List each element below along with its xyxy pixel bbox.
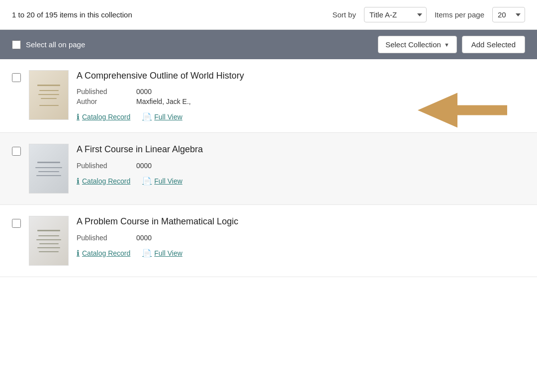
catalog-record-link[interactable]: ℹ Catalog Record — [77, 177, 130, 186]
published-value: 0000 — [136, 162, 152, 170]
info-icon: ℹ — [77, 177, 80, 186]
published-value: 0000 — [136, 234, 152, 242]
item-links: ℹ Catalog Record 📄 Full View — [77, 112, 525, 121]
item-title: A Problem Course in Mathematical Logic — [77, 216, 525, 227]
item-thumbnail — [29, 216, 69, 266]
document-icon: 📄 — [142, 177, 152, 186]
full-view-label: Full View — [154, 113, 182, 121]
toolbar: 1 to 20 of 195 items in this collection … — [0, 0, 537, 30]
published-label: Published — [77, 234, 126, 242]
full-view-link[interactable]: 📄 Full View — [142, 249, 182, 258]
info-icon: ℹ — [77, 249, 80, 258]
document-icon: 📄 — [142, 112, 152, 121]
collection-count: 1 to 20 of 195 items in this collection — [12, 10, 324, 19]
item-thumbnail — [29, 144, 69, 194]
item-details: A Problem Course in Mathematical Logic P… — [77, 216, 525, 257]
item-meta-published-row: Published 0000 — [77, 162, 525, 170]
item-links: ℹ Catalog Record 📄 Full View — [77, 249, 525, 258]
list-item: A Comprehensive Outline of World History… — [0, 59, 537, 133]
catalog-record-label: Catalog Record — [82, 177, 130, 185]
published-label: Published — [77, 162, 126, 170]
item-meta: Published 0000 — [77, 162, 525, 170]
author-label: Author — [77, 98, 126, 105]
item-meta-published-row: Published 0000 — [77, 234, 525, 242]
item-checkbox[interactable] — [12, 219, 21, 228]
sort-by-label: Sort by — [332, 10, 356, 19]
catalog-record-label: Catalog Record — [82, 249, 130, 257]
published-label: Published — [77, 88, 126, 96]
full-view-label: Full View — [154, 177, 182, 185]
sort-by-select[interactable]: Title A-Z Title Z-A Date Newest Date Old… — [364, 7, 427, 22]
items-per-page-select[interactable]: 10 20 50 100 — [492, 7, 525, 22]
catalog-record-link[interactable]: ℹ Catalog Record — [77, 112, 130, 121]
select-collection-label: Select Collection — [385, 40, 441, 49]
item-checkbox[interactable] — [12, 73, 21, 82]
select-bar-actions: Select Collection ▼ Add Selected — [378, 36, 525, 53]
full-view-link[interactable]: 📄 Full View — [142, 177, 182, 186]
item-details: A First Course in Linear Algebra Publish… — [77, 144, 525, 185]
list-item: A First Course in Linear Algebra Publish… — [0, 133, 537, 205]
item-meta: Published 0000 — [77, 234, 525, 242]
select-all-container: Select all on page — [12, 40, 372, 49]
item-title: A Comprehensive Outline of World History — [77, 70, 525, 82]
full-view-label: Full View — [154, 249, 182, 257]
item-title: A First Course in Linear Algebra — [77, 144, 525, 155]
item-meta: Published 0000 Author Maxfield, Jack E., — [77, 88, 525, 105]
info-icon: ℹ — [77, 112, 80, 121]
chevron-down-icon: ▼ — [444, 42, 449, 48]
select-collection-button[interactable]: Select Collection ▼ — [378, 36, 457, 53]
add-selected-button[interactable]: Add Selected — [462, 36, 525, 53]
full-view-link[interactable]: 📄 Full View — [142, 112, 182, 121]
list-item: A Problem Course in Mathematical Logic P… — [0, 205, 537, 277]
items-list: A Comprehensive Outline of World History… — [0, 59, 537, 277]
items-per-page-label: Items per page — [435, 10, 484, 19]
document-icon: 📄 — [142, 249, 152, 258]
catalog-record-label: Catalog Record — [82, 113, 130, 121]
item-links: ℹ Catalog Record 📄 Full View — [77, 177, 525, 186]
item-details: A Comprehensive Outline of World History… — [77, 70, 525, 121]
author-value: Maxfield, Jack E., — [136, 98, 191, 105]
published-value: 0000 — [136, 88, 152, 96]
select-all-checkbox[interactable] — [12, 40, 21, 49]
catalog-record-link[interactable]: ℹ Catalog Record — [77, 249, 130, 258]
item-checkbox[interactable] — [12, 147, 21, 156]
select-all-label: Select all on page — [26, 40, 85, 49]
select-bar: Select all on page Select Collection ▼ A… — [0, 30, 537, 59]
item-meta-author-row: Author Maxfield, Jack E., — [77, 98, 525, 105]
item-thumbnail — [29, 70, 69, 120]
item-meta-published-row: Published 0000 — [77, 88, 525, 96]
